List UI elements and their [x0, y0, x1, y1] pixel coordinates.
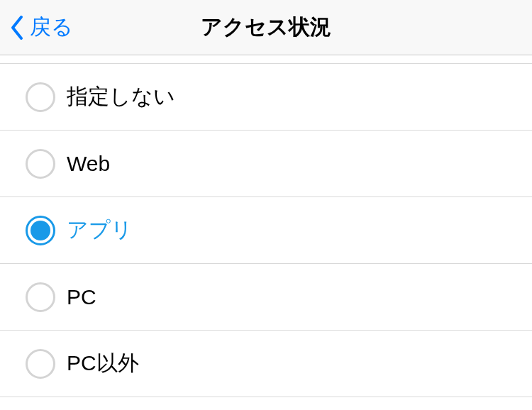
header: 戻る アクセス状況: [0, 0, 532, 55]
options-list: 指定しない Web アプリ PC PC以外: [0, 55, 532, 397]
option-label: アプリ: [67, 216, 133, 245]
radio-icon: [26, 282, 55, 312]
back-label: 戻る: [30, 13, 73, 42]
list-spacer: [0, 55, 532, 64]
chevron-left-icon: [10, 15, 24, 40]
option-item-1[interactable]: Web: [0, 131, 532, 197]
option-label: PC: [67, 285, 96, 309]
back-button[interactable]: 戻る: [0, 13, 73, 42]
checkmark-icon: [33, 223, 48, 238]
option-item-0[interactable]: 指定しない: [0, 64, 532, 131]
radio-icon: [26, 349, 55, 379]
option-item-4[interactable]: PC以外: [0, 331, 532, 397]
option-label: PC以外: [67, 349, 139, 378]
option-label: 指定しない: [67, 82, 175, 111]
radio-icon: [26, 82, 55, 112]
radio-icon: [26, 149, 55, 179]
page-title: アクセス状況: [201, 13, 331, 42]
option-label: Web: [67, 152, 110, 176]
option-item-2[interactable]: アプリ: [0, 197, 532, 264]
radio-checked-icon: [26, 216, 55, 245]
option-item-3[interactable]: PC: [0, 264, 532, 331]
